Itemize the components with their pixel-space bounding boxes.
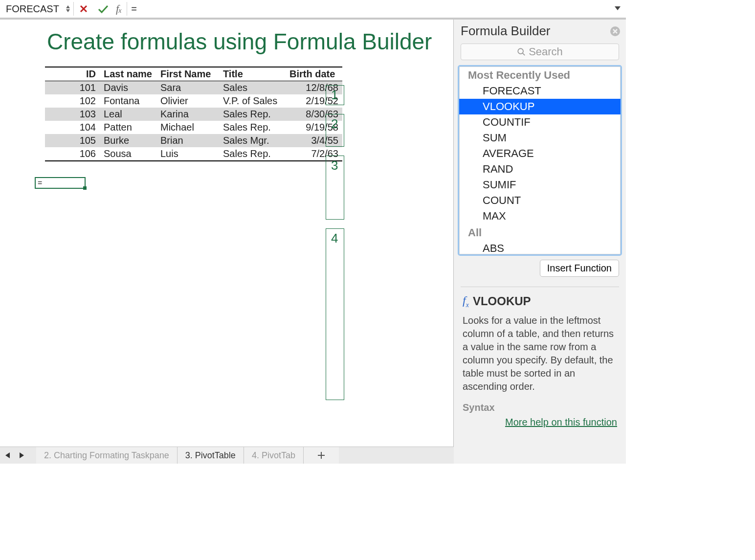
function-item[interactable]: MAX [459, 208, 621, 224]
formula-input[interactable]: = [127, 0, 626, 18]
cell-title[interactable]: Sales Rep. [219, 108, 286, 121]
page-title: Create formulas using Formula Builder [47, 28, 453, 55]
cell-title[interactable]: V.P. of Sales [219, 94, 286, 108]
table-header-row: ID Last name First Name Title Birth date [45, 67, 342, 81]
detail-function-name: VLOOKUP [473, 294, 531, 308]
table-row[interactable]: 105BurkeBrianSales Mgr.3/4/55 [45, 134, 342, 147]
data-table: ID Last name First Name Title Birth date… [45, 67, 342, 161]
add-sheet-button[interactable] [304, 447, 339, 464]
cell-firstname[interactable]: Luis [156, 147, 219, 161]
more-help-link[interactable]: More help on this function [505, 417, 617, 427]
chevron-down-icon [614, 6, 621, 11]
formula-builder-panel: Formula Builder Search Most Recently Use… [453, 20, 626, 464]
table-row[interactable]: 101DavisSaraSales12/8/68 [45, 81, 342, 95]
cell-firstname[interactable]: Brian [156, 134, 219, 147]
function-item[interactable]: SUMIF [459, 177, 621, 193]
check-icon [97, 4, 109, 14]
fill-handle[interactable] [83, 186, 87, 190]
all-group-label: All [459, 224, 621, 241]
formula-input-value: = [131, 3, 137, 15]
plus-icon [317, 451, 325, 459]
cell-lastname[interactable]: Patten [100, 121, 156, 134]
fx-icon[interactable]: fx [113, 0, 127, 18]
cell-firstname[interactable]: Olivier [156, 94, 219, 108]
table-row[interactable]: 104PattenMichaelSales Rep.9/19/58 [45, 121, 342, 134]
step-box-4: 4 [326, 228, 344, 400]
confirm-button[interactable] [93, 0, 113, 18]
cell-title[interactable]: Sales [219, 81, 286, 95]
formula-bar: FORECAST fx = [0, 0, 626, 20]
cell-id[interactable]: 103 [45, 108, 100, 121]
cell-lastname[interactable]: Davis [100, 81, 156, 95]
step-box-2: 2 [326, 114, 344, 147]
function-item[interactable]: SUM [459, 130, 621, 146]
col-id: ID [45, 67, 100, 81]
chevron-up-icon [66, 5, 70, 9]
mru-group-label: Most Recently Used [459, 67, 621, 83]
col-lastname: Last name [100, 67, 156, 81]
cell-title[interactable]: Sales Rep. [219, 147, 286, 161]
cell-id[interactable]: 106 [45, 147, 100, 161]
sheet-tab[interactable]: 2. Charting Formating Taskpane [36, 447, 178, 464]
cell-title[interactable]: Sales Mgr. [219, 134, 286, 147]
expand-formula-bar-button[interactable] [611, 2, 624, 15]
name-box[interactable]: FORECAST [0, 0, 73, 18]
search-placeholder: Search [529, 45, 563, 58]
cell-lastname[interactable]: Fontana [100, 94, 156, 108]
function-item[interactable]: RAND [459, 161, 621, 177]
function-item[interactable]: COUNTIF [459, 114, 621, 130]
cell-firstname[interactable]: Michael [156, 121, 219, 134]
col-firstname: First Name [156, 67, 219, 81]
step-number: 2 [326, 114, 344, 134]
step-number: 3 [326, 156, 344, 175]
cell-id[interactable]: 102 [45, 94, 100, 108]
table-row[interactable]: 103LealKarinaSales Rep.8/30/63 [45, 108, 342, 121]
svg-point-1 [518, 48, 523, 54]
search-input[interactable]: Search [461, 44, 619, 60]
triangle-right-icon [19, 452, 25, 459]
close-icon [610, 26, 621, 37]
cancel-button[interactable] [74, 0, 93, 18]
fx-icon: fx [463, 294, 469, 309]
insert-function-button[interactable]: Insert Function [540, 260, 619, 277]
sheet-nav-next[interactable] [15, 447, 29, 464]
name-box-value: FORECAST [6, 3, 63, 15]
close-panel-button[interactable] [609, 25, 621, 37]
table-row[interactable]: 102FontanaOlivierV.P. of Sales2/19/52 [45, 94, 342, 108]
panel-title: Formula Builder [461, 23, 609, 39]
active-cell[interactable]: = [35, 177, 86, 189]
col-birthdate: Birth date [286, 67, 342, 81]
cell-lastname[interactable]: Burke [100, 134, 156, 147]
function-list[interactable]: Most Recently Used FORECASTVLOOKUPCOUNTI… [458, 65, 622, 256]
cell-lastname[interactable]: Leal [100, 108, 156, 121]
cell-title[interactable]: Sales Rep. [219, 121, 286, 134]
cell-id[interactable]: 101 [45, 81, 100, 95]
function-item[interactable]: VLOOKUP [459, 99, 621, 114]
cell-id[interactable]: 104 [45, 121, 100, 134]
function-item[interactable]: COUNT [459, 193, 621, 208]
step-number: 4 [326, 229, 344, 248]
name-box-stepper[interactable] [66, 5, 70, 13]
sheet-tab[interactable]: 4. PivotTab [244, 447, 304, 464]
function-item[interactable]: AVERAGE [459, 146, 621, 161]
step-box-3: 3 [326, 156, 344, 220]
chevron-down-icon [66, 9, 70, 13]
sheet-tab[interactable]: 3. PivotTable [178, 447, 244, 464]
col-title: Title [219, 67, 286, 81]
table-row[interactable]: 106SousaLuisSales Rep.7/2/63 [45, 147, 342, 161]
step-number: 1 [326, 86, 344, 105]
function-detail: fx VLOOKUP Looks for a value in the left… [454, 287, 626, 413]
cell-id[interactable]: 105 [45, 134, 100, 147]
triangle-left-icon [4, 452, 10, 459]
active-cell-value: = [38, 179, 42, 187]
function-item[interactable]: FORECAST [459, 83, 621, 99]
sheet-nav-prev[interactable] [0, 447, 15, 464]
x-icon [79, 4, 89, 14]
sheet-tabs-bar: 2. Charting Formating Taskpane 3. PivotT… [0, 447, 454, 464]
cell-lastname[interactable]: Sousa [100, 147, 156, 161]
worksheet-area[interactable]: Create formulas using Formula Builder ID… [0, 20, 453, 464]
cell-firstname[interactable]: Sara [156, 81, 219, 95]
cell-firstname[interactable]: Karina [156, 108, 219, 121]
search-icon [517, 47, 526, 56]
function-item[interactable]: ABS [459, 241, 621, 256]
